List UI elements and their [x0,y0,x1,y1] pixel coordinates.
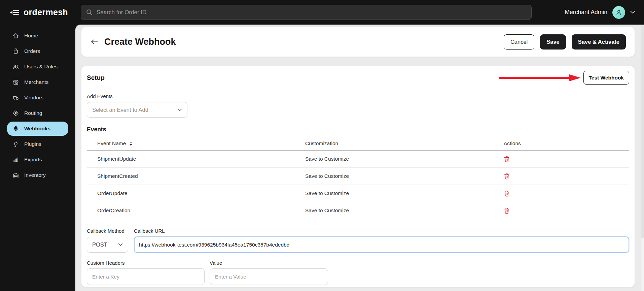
event-name-cell: OrderCreation [87,207,305,214]
sidebar-item-webhooks[interactable]: Webhooks [7,122,68,136]
callback-method-label: Callback Method [87,228,128,234]
events-table: Event Name Customization Actions Shipmen… [87,137,629,219]
event-name-cell: OrderUpdate [87,190,305,196]
app-logo[interactable]: ordermesh [10,0,68,25]
search-icon [86,9,93,15]
delete-event-button[interactable] [504,207,510,214]
delete-event-button[interactable] [504,156,510,162]
user-menu[interactable]: Merchant Admin [565,0,635,25]
page-title: Create Webhook [104,37,176,47]
routing-icon [12,110,19,117]
sort-icon[interactable] [129,141,133,146]
sidebar-item-label: Exports [24,157,42,163]
customization-cell: Save to Customize [305,190,499,196]
event-name-cell: ShipmentCreated [87,173,305,179]
menu-collapse-icon [10,9,19,16]
event-select-value: Select an Event to Add [92,107,148,113]
page-header-card: Create Webhook Cancel Save Save & Activa… [81,27,635,57]
bar-chart-icon [12,156,19,163]
callback-method-select[interactable]: POST [87,237,128,253]
table-row: OrderUpdate Save to Customize [87,185,629,202]
topbar: ordermesh Merchant Admin [0,0,644,25]
sidebar-item-inventory[interactable]: Inventory [0,167,75,183]
save-activate-button[interactable]: Save & Activate [572,34,626,50]
truck-icon [12,94,19,101]
test-webhook-button[interactable]: Test Webhook [583,71,630,85]
header-actions: Cancel Save Save & Activate [504,34,626,50]
sidebar-item-label: Orders [24,48,40,54]
scrollbar[interactable] [641,25,644,291]
warehouse-icon [12,172,19,179]
column-actions: Actions [499,140,629,147]
events-heading: Events [87,126,629,133]
search-bar[interactable] [81,5,532,20]
value-label: Value [210,260,328,266]
setup-header: Setup Test Webhook [87,66,629,88]
add-events-label: Add Events [87,93,629,99]
event-name-cell: ShipmentUpdate [87,156,305,162]
main-content: Create Webhook Cancel Save Save & Activa… [75,25,644,291]
sidebar-item-label: Vendors [24,95,43,101]
customization-cell: Save to Customize [305,207,499,214]
users-icon [12,63,19,70]
delete-event-button[interactable] [504,190,510,197]
sidebar-item-label: Home [24,33,38,39]
save-button[interactable]: Save [540,34,566,50]
sidebar-item-label: Merchants [24,79,48,85]
header-value-input[interactable] [210,268,328,285]
trash-icon [504,207,510,214]
sidebar-item-home[interactable]: Home [0,28,75,43]
table-header-row: Event Name Customization Actions [87,137,629,151]
header-key-input[interactable] [87,268,205,285]
setup-heading: Setup [87,74,105,82]
bell-icon [12,125,19,132]
sidebar-item-label: Plugins [24,141,41,147]
logo-text: ordermesh [24,7,68,17]
column-event-name: Event Name [97,140,126,147]
delete-event-button[interactable] [504,173,510,180]
sidebar-item-merchants[interactable]: Merchants [0,74,75,90]
store-icon [12,79,19,86]
event-select[interactable]: Select an Event to Add [87,102,187,118]
column-customization: Customization [305,140,499,147]
cancel-button[interactable]: Cancel [504,34,534,50]
sidebar-item-plugins[interactable]: Plugins [0,136,75,152]
sidebar-item-label: Routing [24,110,42,116]
home-icon [12,32,19,39]
annotation-arrow [498,73,581,82]
callback-section: Callback Method POST Callback URL [87,228,629,253]
custom-headers-label: Custom Headers [87,260,205,266]
table-row: ShipmentCreated Save to Customize [87,168,629,185]
user-name: Merchant Admin [565,9,607,16]
plug-icon [12,141,19,148]
person-icon [615,9,622,16]
scrollbar-thumb[interactable] [641,25,644,238]
search-input[interactable] [97,9,526,16]
avatar[interactable] [612,6,625,19]
callback-method-value: POST [92,241,107,248]
callback-url-label: Callback URL [134,228,629,234]
sidebar: Home Orders Users & Roles Merchants Vend… [0,25,75,291]
back-arrow-icon [90,39,98,44]
sidebar-item-vendors[interactable]: Vendors [0,90,75,105]
trash-icon [504,156,510,162]
sidebar-item-routing[interactable]: Routing [0,105,75,121]
callback-url-input[interactable] [134,236,629,253]
add-events-section: Add Events Select an Event to Add [87,93,629,118]
sidebar-item-label: Webhooks [24,126,50,132]
sidebar-item-label: Inventory [24,172,46,178]
sidebar-item-label: Users & Roles [24,64,58,70]
customization-cell: Save to Customize [305,173,499,179]
chevron-down-icon [177,108,182,111]
chevron-down-icon [118,243,123,246]
orders-icon [12,48,19,55]
trash-icon [504,190,510,197]
sidebar-item-users-roles[interactable]: Users & Roles [0,59,75,74]
chevron-down-icon[interactable] [630,11,635,14]
table-row: ShipmentUpdate Save to Customize [87,151,629,168]
back-button[interactable] [90,39,98,44]
sidebar-item-orders[interactable]: Orders [0,43,75,59]
sidebar-item-exports[interactable]: Exports [0,152,75,167]
trash-icon [504,173,510,180]
customization-cell: Save to Customize [305,156,499,162]
